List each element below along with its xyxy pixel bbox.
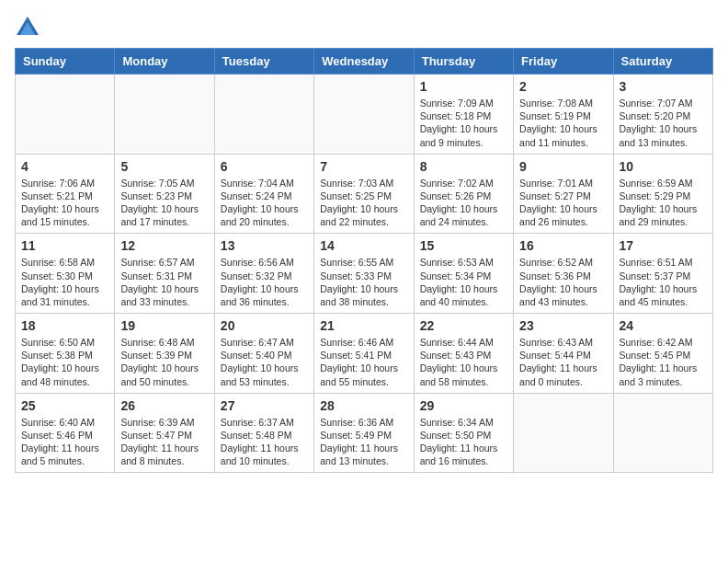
weekday-header-monday: Monday	[115, 49, 214, 75]
day-info: Sunrise: 6:42 AM Sunset: 5:45 PM Dayligh…	[620, 336, 707, 388]
day-cell-3: 3Sunrise: 7:07 AM Sunset: 5:20 PM Daylig…	[613, 75, 712, 155]
day-number: 25	[21, 398, 108, 413]
day-cell-26: 26Sunrise: 6:39 AM Sunset: 5:47 PM Dayli…	[115, 393, 214, 473]
day-info: Sunrise: 6:43 AM Sunset: 5:44 PM Dayligh…	[519, 336, 607, 388]
day-number: 4	[21, 159, 108, 174]
day-number: 11	[21, 238, 108, 253]
empty-cell	[613, 393, 712, 473]
day-info: Sunrise: 7:06 AM Sunset: 5:21 PM Dayligh…	[21, 177, 108, 229]
day-info: Sunrise: 6:56 AM Sunset: 5:32 PM Dayligh…	[221, 256, 308, 308]
day-number: 6	[221, 159, 308, 174]
day-cell-29: 29Sunrise: 6:34 AM Sunset: 5:50 PM Dayli…	[414, 393, 513, 473]
day-info: Sunrise: 6:46 AM Sunset: 5:41 PM Dayligh…	[320, 336, 407, 388]
logo	[15, 15, 44, 40]
day-cell-17: 17Sunrise: 6:51 AM Sunset: 5:37 PM Dayli…	[613, 234, 712, 314]
day-number: 16	[519, 238, 607, 253]
calendar-table: SundayMondayTuesdayWednesdayThursdayFrid…	[15, 48, 713, 473]
day-number: 18	[21, 318, 108, 333]
weekday-header-tuesday: Tuesday	[214, 49, 313, 75]
day-cell-4: 4Sunrise: 7:06 AM Sunset: 5:21 PM Daylig…	[16, 154, 115, 234]
day-number: 22	[420, 318, 507, 333]
day-cell-23: 23Sunrise: 6:43 AM Sunset: 5:44 PM Dayli…	[514, 314, 613, 394]
day-info: Sunrise: 6:40 AM Sunset: 5:46 PM Dayligh…	[21, 416, 108, 468]
day-number: 27	[221, 398, 308, 413]
day-cell-6: 6Sunrise: 7:04 AM Sunset: 5:24 PM Daylig…	[214, 154, 313, 234]
day-number: 20	[221, 318, 308, 333]
day-number: 23	[519, 318, 607, 333]
empty-cell	[314, 75, 414, 155]
day-cell-28: 28Sunrise: 6:36 AM Sunset: 5:49 PM Dayli…	[314, 393, 414, 473]
day-cell-10: 10Sunrise: 6:59 AM Sunset: 5:29 PM Dayli…	[613, 154, 712, 234]
day-cell-21: 21Sunrise: 6:46 AM Sunset: 5:41 PM Dayli…	[314, 314, 414, 394]
page-header	[15, 15, 713, 40]
day-info: Sunrise: 7:02 AM Sunset: 5:26 PM Dayligh…	[420, 177, 507, 229]
week-row-2: 4Sunrise: 7:06 AM Sunset: 5:21 PM Daylig…	[16, 154, 713, 234]
day-cell-1: 1Sunrise: 7:09 AM Sunset: 5:18 PM Daylig…	[414, 75, 513, 155]
day-info: Sunrise: 6:34 AM Sunset: 5:50 PM Dayligh…	[420, 416, 507, 468]
day-number: 8	[420, 159, 507, 174]
day-info: Sunrise: 7:07 AM Sunset: 5:20 PM Dayligh…	[620, 97, 707, 149]
day-number: 21	[320, 318, 407, 333]
day-info: Sunrise: 6:50 AM Sunset: 5:38 PM Dayligh…	[21, 336, 108, 388]
day-number: 10	[620, 159, 707, 174]
day-number: 7	[320, 159, 407, 174]
day-number: 15	[420, 238, 507, 253]
day-cell-9: 9Sunrise: 7:01 AM Sunset: 5:27 PM Daylig…	[514, 154, 613, 234]
day-info: Sunrise: 7:03 AM Sunset: 5:25 PM Dayligh…	[320, 177, 407, 229]
day-info: Sunrise: 7:09 AM Sunset: 5:18 PM Dayligh…	[420, 97, 507, 149]
day-info: Sunrise: 6:51 AM Sunset: 5:37 PM Dayligh…	[620, 256, 707, 308]
weekday-header-saturday: Saturday	[613, 49, 712, 75]
day-cell-5: 5Sunrise: 7:05 AM Sunset: 5:23 PM Daylig…	[115, 154, 214, 234]
week-row-4: 18Sunrise: 6:50 AM Sunset: 5:38 PM Dayli…	[16, 314, 713, 394]
day-info: Sunrise: 6:52 AM Sunset: 5:36 PM Dayligh…	[519, 256, 607, 308]
day-info: Sunrise: 6:37 AM Sunset: 5:48 PM Dayligh…	[221, 416, 308, 468]
calendar-body: 1Sunrise: 7:09 AM Sunset: 5:18 PM Daylig…	[16, 75, 713, 473]
day-cell-20: 20Sunrise: 6:47 AM Sunset: 5:40 PM Dayli…	[214, 314, 313, 394]
day-number: 19	[120, 318, 208, 333]
day-cell-7: 7Sunrise: 7:03 AM Sunset: 5:25 PM Daylig…	[314, 154, 414, 234]
empty-cell	[214, 75, 313, 155]
day-cell-11: 11Sunrise: 6:58 AM Sunset: 5:30 PM Dayli…	[16, 234, 115, 314]
day-number: 12	[120, 238, 208, 253]
day-info: Sunrise: 6:53 AM Sunset: 5:34 PM Dayligh…	[420, 256, 507, 308]
day-info: Sunrise: 6:47 AM Sunset: 5:40 PM Dayligh…	[221, 336, 308, 388]
day-cell-2: 2Sunrise: 7:08 AM Sunset: 5:19 PM Daylig…	[514, 75, 613, 155]
day-info: Sunrise: 6:55 AM Sunset: 5:33 PM Dayligh…	[320, 256, 407, 308]
day-cell-24: 24Sunrise: 6:42 AM Sunset: 5:45 PM Dayli…	[613, 314, 712, 394]
day-info: Sunrise: 7:04 AM Sunset: 5:24 PM Dayligh…	[221, 177, 308, 229]
empty-cell	[514, 393, 613, 473]
day-cell-22: 22Sunrise: 6:44 AM Sunset: 5:43 PM Dayli…	[414, 314, 513, 394]
day-info: Sunrise: 6:48 AM Sunset: 5:39 PM Dayligh…	[120, 336, 208, 388]
day-info: Sunrise: 7:08 AM Sunset: 5:19 PM Dayligh…	[519, 97, 607, 149]
day-cell-13: 13Sunrise: 6:56 AM Sunset: 5:32 PM Dayli…	[214, 234, 313, 314]
day-number: 3	[620, 79, 707, 94]
day-cell-18: 18Sunrise: 6:50 AM Sunset: 5:38 PM Dayli…	[16, 314, 115, 394]
day-cell-8: 8Sunrise: 7:02 AM Sunset: 5:26 PM Daylig…	[414, 154, 513, 234]
day-number: 17	[620, 238, 707, 253]
day-number: 28	[320, 398, 407, 413]
day-cell-12: 12Sunrise: 6:57 AM Sunset: 5:31 PM Dayli…	[115, 234, 214, 314]
day-cell-15: 15Sunrise: 6:53 AM Sunset: 5:34 PM Dayli…	[414, 234, 513, 314]
day-number: 26	[120, 398, 208, 413]
day-cell-25: 25Sunrise: 6:40 AM Sunset: 5:46 PM Dayli…	[16, 393, 115, 473]
day-number: 14	[320, 238, 407, 253]
day-cell-27: 27Sunrise: 6:37 AM Sunset: 5:48 PM Dayli…	[214, 393, 313, 473]
weekday-header-wednesday: Wednesday	[314, 49, 414, 75]
day-number: 2	[519, 79, 607, 94]
day-number: 29	[420, 398, 507, 413]
empty-cell	[115, 75, 214, 155]
day-cell-19: 19Sunrise: 6:48 AM Sunset: 5:39 PM Dayli…	[115, 314, 214, 394]
day-info: Sunrise: 6:58 AM Sunset: 5:30 PM Dayligh…	[21, 256, 108, 308]
day-number: 1	[420, 79, 507, 94]
day-info: Sunrise: 7:05 AM Sunset: 5:23 PM Dayligh…	[120, 177, 208, 229]
weekday-header-row: SundayMondayTuesdayWednesdayThursdayFrid…	[16, 49, 713, 75]
day-info: Sunrise: 6:39 AM Sunset: 5:47 PM Dayligh…	[120, 416, 208, 468]
day-info: Sunrise: 6:36 AM Sunset: 5:49 PM Dayligh…	[320, 416, 407, 468]
day-cell-14: 14Sunrise: 6:55 AM Sunset: 5:33 PM Dayli…	[314, 234, 414, 314]
day-info: Sunrise: 6:57 AM Sunset: 5:31 PM Dayligh…	[120, 256, 208, 308]
weekday-header-sunday: Sunday	[16, 49, 115, 75]
day-number: 24	[620, 318, 707, 333]
logo-icon	[15, 15, 40, 40]
week-row-1: 1Sunrise: 7:09 AM Sunset: 5:18 PM Daylig…	[16, 75, 713, 155]
day-cell-16: 16Sunrise: 6:52 AM Sunset: 5:36 PM Dayli…	[514, 234, 613, 314]
